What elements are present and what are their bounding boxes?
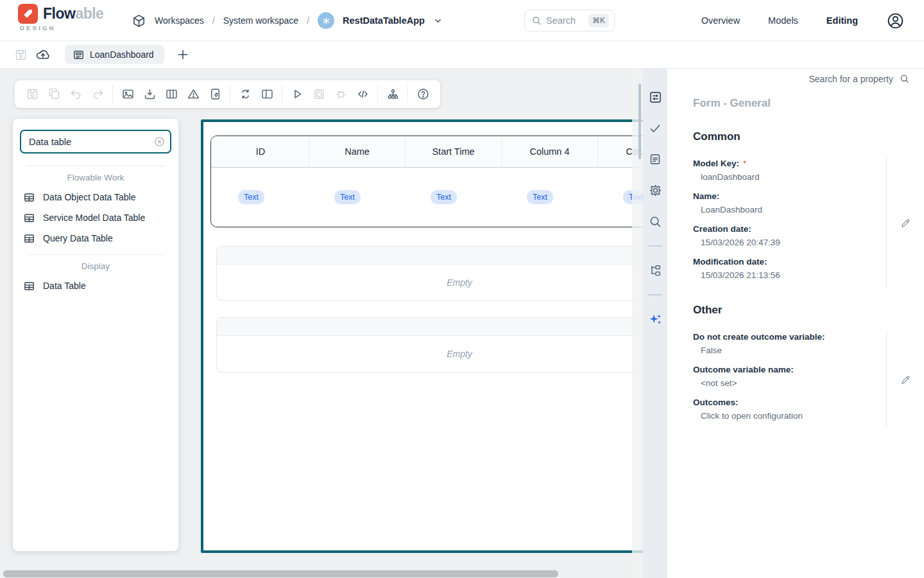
table-cell[interactable]: Text xyxy=(405,190,501,204)
search-icon[interactable] xyxy=(648,215,662,229)
columns-icon[interactable] xyxy=(165,87,178,101)
split-panel-icon[interactable] xyxy=(261,87,274,101)
notes-icon[interactable] xyxy=(648,152,662,166)
validation-warning-icon[interactable] xyxy=(187,87,200,101)
publish-icon[interactable] xyxy=(35,47,51,62)
form-icon xyxy=(73,49,85,61)
property-outcome-variable-name[interactable]: Outcome variable name: <not set> xyxy=(693,363,886,388)
breadcrumb-app-name[interactable]: RestDataTableApp xyxy=(343,15,425,26)
table-icon xyxy=(23,191,35,204)
nav-overview[interactable]: Overview xyxy=(701,15,740,26)
nav-editing[interactable]: Editing xyxy=(826,15,858,26)
editor-toolbar xyxy=(15,80,440,108)
property-search-label: Search for a property xyxy=(809,74,893,84)
play-icon[interactable] xyxy=(291,87,304,101)
toolbar-divider xyxy=(282,85,282,103)
plus-icon[interactable] xyxy=(176,48,190,62)
column-header[interactable]: Start Time xyxy=(405,136,501,167)
editor-canvas-area: ID Name Start Time Column 4 Column 5 Tex… xyxy=(0,69,643,578)
column-header[interactable]: Name xyxy=(309,136,405,167)
breadcrumb-separator: / xyxy=(307,15,309,26)
canvas-edge-fade xyxy=(632,69,643,578)
swap-icon[interactable] xyxy=(239,87,252,101)
document-icon[interactable] xyxy=(209,87,222,101)
search-icon xyxy=(899,73,910,84)
tree-icon[interactable] xyxy=(648,263,662,277)
empty-subform-panel[interactable]: Empty xyxy=(216,317,643,372)
clear-search-icon[interactable] xyxy=(153,136,166,148)
tab-loandashboard[interactable]: LoanDashboard xyxy=(65,45,164,64)
table-cell[interactable]: Text xyxy=(309,190,405,204)
column-header[interactable]: Column 4 xyxy=(501,136,597,167)
table-cell[interactable]: Text xyxy=(212,190,309,204)
chevron-down-icon[interactable] xyxy=(433,16,443,26)
column-header[interactable]: ID xyxy=(212,136,309,167)
toolbar-divider xyxy=(230,85,230,103)
form-canvas[interactable]: ID Name Start Time Column 4 Column 5 Tex… xyxy=(201,119,643,553)
text-chip: Text xyxy=(431,190,457,204)
import-icon[interactable] xyxy=(143,87,157,101)
snapshot-icon xyxy=(312,87,326,101)
edit-pencil-icon[interactable] xyxy=(887,331,924,429)
property-creation-date[interactable]: Creation date: 15/03/2026 20:47:39 xyxy=(693,223,886,247)
empty-subform-panel[interactable]: Empty xyxy=(216,246,643,301)
panel-header xyxy=(217,247,643,265)
panel-header xyxy=(217,318,643,336)
property-group-other: Do not create outcome variable: False Ou… xyxy=(693,331,924,429)
table-icon xyxy=(23,212,35,224)
table-icon xyxy=(23,232,35,245)
undo-icon xyxy=(69,87,83,101)
property-modification-date[interactable]: Modification date: 15/03/2026 21:13:56 xyxy=(693,256,886,280)
help-icon[interactable] xyxy=(416,87,430,101)
account-icon[interactable] xyxy=(886,12,905,30)
tab-label: LoanDashboard xyxy=(90,49,154,60)
brand-name: Flowable xyxy=(43,5,103,22)
toolbar-divider xyxy=(377,85,378,103)
property-group-common: Model Key:* loanDashboard Name: LoanDash… xyxy=(693,157,924,288)
property-name[interactable]: Name: LoanDashboard xyxy=(693,190,886,215)
text-chip: Text xyxy=(238,190,264,204)
toolbar-divider xyxy=(407,85,408,103)
property-no-outcome-variable[interactable]: Do not create outcome variable: False xyxy=(693,331,886,355)
section-heading-other: Other xyxy=(693,304,924,317)
data-table-component[interactable]: ID Name Start Time Column 4 Column 5 Tex… xyxy=(210,136,643,227)
property-search[interactable]: Search for a property xyxy=(693,69,924,84)
edit-pencil-icon[interactable] xyxy=(887,157,924,288)
palette-item-label: Data Table xyxy=(43,281,86,291)
breadcrumb-separator: / xyxy=(212,15,215,26)
breadcrumb-workspaces[interactable]: Workspaces xyxy=(155,15,204,26)
global-search[interactable]: Search ⌘K xyxy=(524,10,615,31)
flowable-logo-icon xyxy=(18,4,38,24)
vertical-scrollbar[interactable] xyxy=(638,83,641,159)
horizontal-scrollbar[interactable] xyxy=(3,570,558,577)
sparkles-icon[interactable] xyxy=(648,312,663,327)
hierarchy-icon[interactable] xyxy=(386,87,400,101)
property-outcomes[interactable]: Outcomes: Click to open configuration xyxy=(693,396,886,421)
table-cell[interactable]: Text xyxy=(501,190,597,204)
property-model-key[interactable]: Model Key:* loanDashboard xyxy=(693,157,886,182)
divider xyxy=(648,245,662,247)
search-label: Search xyxy=(546,15,584,26)
image-icon[interactable] xyxy=(121,87,135,101)
gear-icon[interactable] xyxy=(648,183,663,198)
palette-item-service-model-data-table[interactable]: Service Model Data Table xyxy=(13,207,178,228)
palette-item-label: Data Object Data Table xyxy=(43,192,136,202)
model-tab-bar: LoanDashboard xyxy=(0,41,924,69)
brand-subtitle: DESIGN xyxy=(20,24,103,31)
required-asterisk: * xyxy=(743,159,746,168)
form-properties-icon[interactable] xyxy=(648,90,663,105)
palette-item-data-object-data-table[interactable]: Data Object Data Table xyxy=(13,187,178,207)
divider xyxy=(27,166,164,166)
check-icon[interactable] xyxy=(648,121,662,136)
palette-item-data-table[interactable]: Data Table xyxy=(13,276,178,296)
flowable-logo: Flowable DESIGN xyxy=(18,4,103,31)
code-icon[interactable] xyxy=(356,87,370,101)
breadcrumb-workspace[interactable]: System workspace xyxy=(223,15,298,26)
palette-search-input[interactable] xyxy=(20,130,171,153)
nav-models[interactable]: Models xyxy=(768,15,798,26)
redo-icon xyxy=(91,87,105,101)
empty-label: Empty xyxy=(217,265,643,301)
palette-item-query-data-table[interactable]: Query Data Table xyxy=(13,228,178,249)
palette-section-title: Flowable Work xyxy=(13,173,178,182)
palette-section-title: Display xyxy=(13,261,178,271)
